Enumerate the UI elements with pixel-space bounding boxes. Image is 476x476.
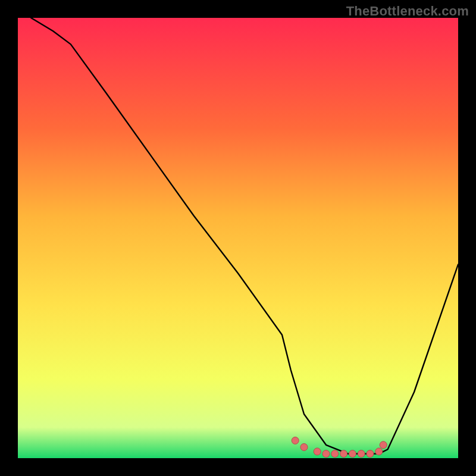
marker-dot	[380, 441, 387, 449]
marker-dot	[292, 437, 299, 444]
marker-dot	[375, 448, 383, 455]
marker-dot	[340, 450, 347, 458]
marker-dot	[331, 450, 339, 458]
marker-dot	[367, 450, 374, 458]
marker-dot	[300, 444, 308, 451]
gradient-background	[18, 18, 458, 458]
chart-area	[18, 18, 458, 458]
chart-svg	[18, 18, 458, 458]
marker-dot	[358, 450, 365, 458]
marker-dot	[349, 450, 356, 458]
marker-dot	[322, 450, 330, 458]
watermark-text: TheBottleneck.com	[346, 4, 469, 19]
marker-dot	[314, 448, 321, 455]
